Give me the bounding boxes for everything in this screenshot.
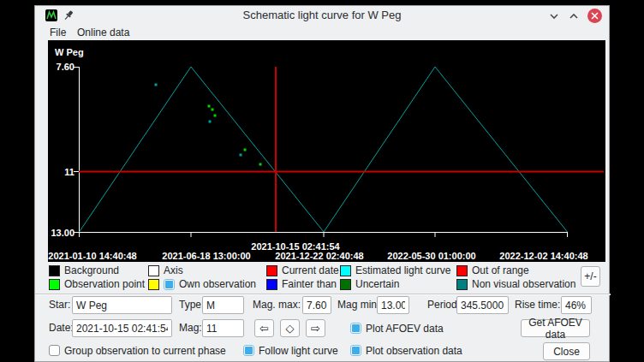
step-forward-button[interactable]: ⇨	[306, 319, 325, 337]
plot-afoev-label: Plot AFOEV data	[366, 323, 444, 335]
close-button[interactable]: Close	[543, 342, 590, 360]
legend-item-uncertain: Uncertain	[340, 278, 399, 290]
estimated-curve-color-swatch[interactable]	[340, 265, 351, 276]
mag-label: Mag:	[179, 319, 202, 337]
legend-item-fainter-than: Fainter than	[266, 278, 337, 290]
step-back-button[interactable]: ⇦	[254, 319, 274, 337]
out-of-range-color-swatch[interactable]	[456, 265, 468, 276]
mag-max-input[interactable]	[302, 296, 331, 314]
light-curve-window: Schematic light curve for W Peg File Onl…	[34, 5, 610, 362]
plot-afoev-checkbox[interactable]	[350, 323, 361, 334]
legend-item-estimated-light-curve: Estimated light curve	[340, 264, 450, 276]
period-label: Period:	[427, 296, 460, 314]
observation-point-color-swatch[interactable]	[49, 279, 60, 290]
mag-min-label: Mag min:	[337, 296, 379, 314]
date-input[interactable]	[72, 319, 172, 337]
plot-observation-checkbox[interactable]	[350, 345, 361, 356]
follow-light-curve-checkbox[interactable]	[243, 345, 254, 356]
follow-light-curve-label: Follow light curve	[259, 345, 338, 357]
legend-item-observation-point: Observation point	[49, 278, 145, 290]
own-observation-checkbox[interactable]	[164, 279, 175, 290]
fainter-than-color-swatch[interactable]	[266, 279, 277, 290]
uncertain-color-swatch[interactable]	[340, 279, 351, 290]
plus-minus-button[interactable]: +/-	[581, 266, 600, 287]
menu-file[interactable]: File	[48, 25, 68, 40]
menu-online-data[interactable]: Online data	[75, 25, 131, 40]
y-tick-label: 13.00	[51, 228, 75, 238]
jump-extremum-button[interactable]: ◇	[280, 319, 300, 337]
plot-observation-label: Plot observation data	[366, 345, 462, 357]
type-label: Type:	[179, 296, 204, 314]
type-input[interactable]	[202, 296, 244, 314]
x-tick-label: 2022-12-02 14:40:48	[499, 251, 587, 261]
non-visual-color-swatch[interactable]	[456, 279, 468, 290]
axis-color-swatch[interactable]	[148, 265, 159, 276]
non-visual-observation-point	[209, 121, 212, 123]
x-tick-label: 2021-01-10 14:40:48	[48, 251, 136, 261]
maximize-button[interactable]	[566, 9, 581, 23]
background-color-swatch[interactable]	[49, 265, 60, 276]
y-tick-label: 11	[64, 167, 75, 177]
close-window-button[interactable]	[587, 9, 602, 23]
y-tick-label: 7.60	[57, 62, 75, 72]
mag-max-label: Mag. max:	[253, 296, 301, 314]
star-label: Star:	[49, 296, 70, 314]
window-title: Schematic light curve for W Peg	[35, 6, 609, 25]
group-observation-label: Group observation to current phase	[64, 345, 226, 357]
separator	[35, 294, 611, 295]
non-visual-observation-point	[155, 84, 158, 86]
observation-point	[244, 149, 247, 151]
star-input[interactable]	[72, 296, 172, 314]
legend-item-non-visual-observation: Non visual observation	[456, 278, 575, 290]
legend-item-own-observation: Own observation	[148, 278, 256, 290]
legend-item-background: Background	[49, 264, 119, 276]
own-observation-color-swatch[interactable]	[148, 279, 159, 290]
titlebar[interactable]: Schematic light curve for W Peg	[35, 6, 609, 26]
x-tick-label: 2021-12-22 02:40:48	[275, 251, 363, 261]
legend-item-axis: Axis	[148, 264, 183, 276]
x-tick-label: 2022-05-30 01:00:00	[387, 251, 475, 261]
legend-item-out-of-range: Out of range	[456, 264, 529, 276]
date-label: Date:	[49, 319, 74, 337]
x-tick-label: 2021-06-18 13:00:00	[162, 251, 250, 261]
desktop: { "window": { "title": "Schematic light …	[0, 0, 644, 362]
observation-point	[212, 109, 214, 111]
legend-item-current-date: Current date	[266, 264, 339, 276]
period-input[interactable]	[456, 296, 509, 314]
group-observation-checkbox[interactable]	[49, 345, 60, 356]
observation-point	[208, 105, 211, 108]
mag-input[interactable]	[202, 319, 244, 337]
observation-points	[155, 84, 262, 166]
mag-min-input[interactable]	[377, 296, 409, 314]
light-curve-plot[interactable]: W Peg 7.60 11 13.00 2021-10-15 02:41:54 …	[48, 40, 606, 262]
current-date-color-swatch[interactable]	[266, 265, 277, 276]
rise-time-label: Rise time:	[515, 296, 560, 314]
non-visual-observation-point	[240, 154, 242, 157]
menubar: File Online data	[35, 25, 609, 40]
minimize-button[interactable]	[546, 9, 561, 23]
estimated-light-curve	[80, 67, 568, 232]
get-afoev-data-button[interactable]: Get AFOEV data	[521, 319, 590, 337]
plot-star-label: W Peg	[55, 47, 84, 57]
observation-point	[259, 163, 262, 166]
observation-point	[214, 115, 217, 117]
rise-time-input[interactable]	[561, 296, 592, 314]
